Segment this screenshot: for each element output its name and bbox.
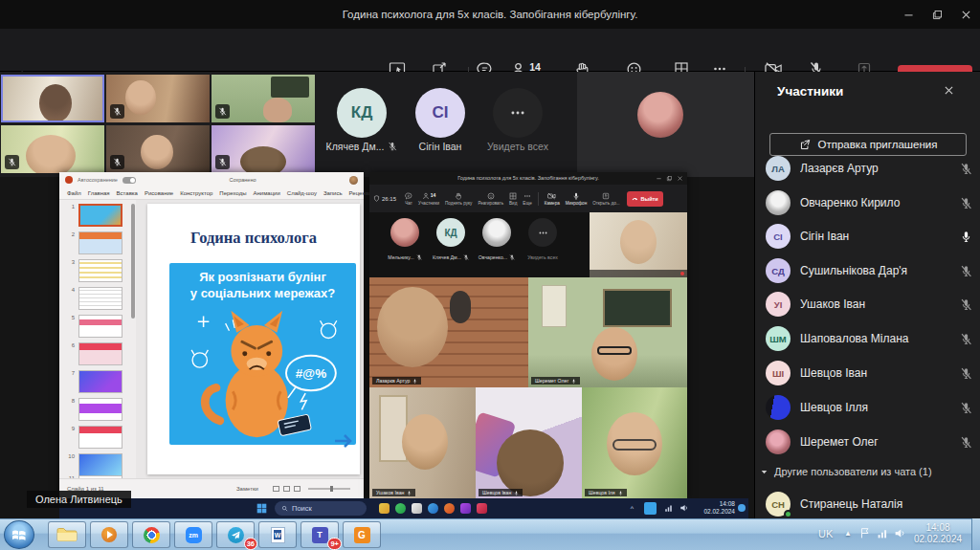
participant-row[interactable]: СН Стиранець Наталія: [766, 488, 972, 520]
person-silhouette: [377, 287, 448, 367]
slide-thumb[interactable]: 8: [67, 398, 122, 421]
taskbar-chrome-button[interactable]: [132, 521, 170, 548]
mic-muted-icon[interactable]: [960, 197, 972, 209]
mic-muted-overlay-icon: [215, 155, 230, 169]
minimize-button[interactable]: [894, 0, 923, 29]
participant-row[interactable]: ШМ Шаповалова Мілана: [766, 322, 972, 355]
maximize-button[interactable]: [923, 0, 951, 29]
ppt-tab[interactable]: Слайд-шоу: [287, 190, 317, 196]
inner-avatar-photo: [390, 218, 419, 247]
see-all-avatar[interactable]: [493, 88, 543, 138]
mic-muted-overlay-icon: [110, 155, 124, 169]
participant-row[interactable]: Шеремет Олег: [766, 426, 972, 458]
taskbar-app-icon: [460, 503, 471, 514]
inner-video-shevtsov-ivan: Шевцов Іван: [476, 387, 582, 499]
powerpoint-window[interactable]: Автосохранение Сохранено Файл Главная Вс…: [59, 172, 364, 498]
slide-thumb[interactable]: 9: [67, 426, 122, 449]
tray-flag-icon[interactable]: [859, 527, 872, 539]
inner-avatar-label: Клячев Дм...: [426, 254, 476, 260]
start-button[interactable]: [4, 520, 34, 549]
slide-thumb[interactable]: 1: [67, 204, 122, 227]
video-name-tag: Ушаков Іван: [372, 489, 415, 496]
tray-language-icon: [644, 502, 657, 515]
taskbar-app-icon: [395, 503, 406, 514]
mic-muted-icon[interactable]: [960, 298, 972, 311]
teams-badge: 9+: [327, 538, 342, 550]
thumbs-scrollbar[interactable]: [131, 204, 135, 319]
participant-row[interactable]: ШІ Шевцов Іван: [766, 357, 972, 389]
ppt-tab[interactable]: Анимации: [254, 190, 280, 196]
inner-avatar-kd: КД: [436, 218, 465, 247]
mic-muted-icon[interactable]: [960, 265, 972, 277]
video-tile-teacher[interactable]: [1, 75, 104, 122]
video-tile-student[interactable]: [1, 125, 104, 173]
taskbar-telegram-button[interactable]: 36: [216, 521, 255, 548]
mic-on-icon[interactable]: [960, 231, 972, 243]
participant-row[interactable]: СІ Сігін Іван: [766, 220, 972, 253]
system-clock[interactable]: 14:0802.02.2024: [911, 522, 965, 545]
windows-start-icon: [256, 503, 267, 514]
zoom-icon: zm: [186, 527, 202, 543]
taskbar-word-button[interactable]: W: [258, 521, 297, 548]
ppt-tab[interactable]: Главная: [88, 190, 110, 196]
ppt-zoom-knob[interactable]: [330, 486, 333, 492]
slide-thumb[interactable]: 3: [67, 259, 122, 282]
ppt-tab[interactable]: Файл: [67, 190, 81, 196]
avatar-si[interactable]: СІ: [415, 88, 465, 138]
ppt-tab[interactable]: Запись: [323, 190, 343, 196]
participant-row[interactable]: УІ Ушаков Іван: [766, 288, 972, 320]
slide-thumb[interactable]: 7: [67, 370, 122, 393]
slide-thumb[interactable]: 5: [67, 315, 122, 338]
autosave-toggle[interactable]: [122, 177, 136, 184]
profile-photo-avatar[interactable]: [637, 92, 683, 138]
ppt-account-avatar[interactable]: [349, 176, 358, 185]
participant-row[interactable]: ЛА Лазарєв Артур: [766, 152, 972, 185]
show-desktop-button[interactable]: [971, 518, 980, 550]
participant-row[interactable]: Шевцов Ілля: [766, 391, 972, 424]
inner-minimize-icon: [656, 175, 662, 182]
window-titlebar: Година психолога для 5х класів. Запобіга…: [0, 0, 980, 29]
avatar-kd[interactable]: КД: [337, 88, 387, 138]
mic-muted-icon[interactable]: [960, 436, 972, 449]
taskbar-teams-button[interactable]: T 9+: [301, 521, 339, 548]
ppt-slide-thumbnails: 1 2 3 4 5 6 7 8 9 10 11: [59, 200, 136, 478]
ppt-tab[interactable]: Переходы: [219, 190, 246, 196]
ppt-zoom-slider[interactable]: [308, 488, 350, 490]
taskbar-explorer-button[interactable]: [48, 521, 86, 548]
taskbar-gdz-button[interactable]: G: [343, 521, 381, 548]
participant-row[interactable]: Овчаренко Кирило: [766, 187, 972, 219]
mic-muted-icon[interactable]: [960, 333, 972, 345]
ppt-view-buttons[interactable]: [273, 486, 301, 492]
video-tile-student[interactable]: [212, 75, 315, 122]
slide-thumb[interactable]: 4: [67, 287, 122, 310]
video-tile-student[interactable]: [106, 125, 210, 173]
slide-thumb[interactable]: 6: [67, 342, 122, 365]
taskbar-zoom-button[interactable]: zm: [174, 521, 212, 548]
slide-thumb[interactable]: 10: [67, 453, 122, 476]
participants-close-button[interactable]: [943, 84, 955, 97]
tray-expand-icon[interactable]: ▲: [844, 529, 852, 538]
slide-thumb[interactable]: 2: [67, 231, 122, 254]
taskbar-app-icon: [412, 503, 422, 514]
ppt-tab[interactable]: Рисование: [145, 190, 173, 196]
inner-maximize-icon: [666, 175, 673, 182]
inner-raise-hand-button: Поднять руку: [445, 192, 472, 206]
video-tile-student[interactable]: [106, 75, 210, 122]
tray-volume-icon[interactable]: [894, 527, 906, 539]
tray-network-icon[interactable]: [877, 527, 889, 539]
mic-muted-icon[interactable]: [960, 367, 972, 380]
ppt-tab[interactable]: Конструктор: [180, 190, 212, 196]
autosave-label: Автосохранение: [78, 177, 118, 183]
mic-muted-icon[interactable]: [960, 402, 972, 414]
close-button[interactable]: [951, 0, 980, 29]
taskbar-mediaplayer-button[interactable]: [90, 521, 128, 548]
language-indicator[interactable]: UK: [818, 528, 833, 539]
chat-users-section[interactable]: Другие пользователи из чата (1): [760, 466, 932, 477]
participant-avatar: [766, 429, 791, 454]
participant-row[interactable]: СД Сушильнікова Дар'я: [766, 254, 972, 287]
ppt-notes-label[interactable]: Заметки: [236, 486, 258, 492]
ppt-tab[interactable]: Вставка: [117, 190, 138, 196]
glasses: [612, 439, 657, 451]
mic-muted-icon[interactable]: [960, 163, 972, 175]
video-tile-student[interactable]: [212, 125, 315, 173]
